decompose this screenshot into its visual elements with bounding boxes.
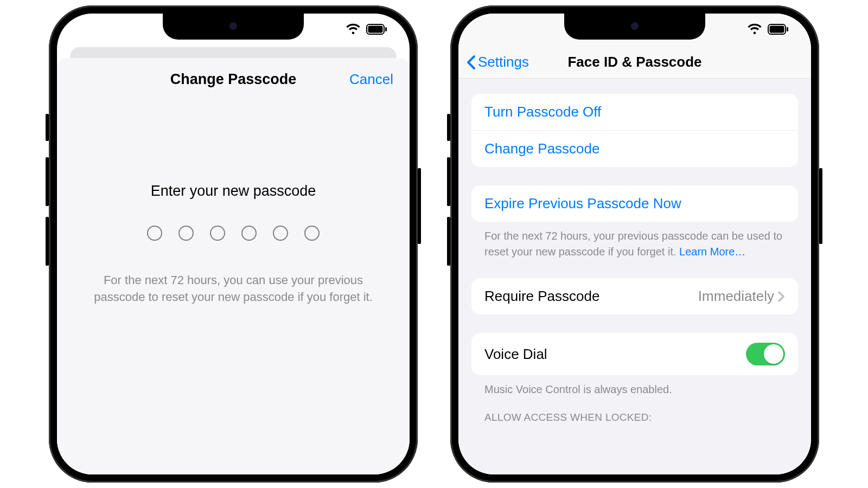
passcode-dot	[273, 226, 288, 241]
cancel-button[interactable]: Cancel	[349, 71, 393, 88]
expire-previous-passcode-button[interactable]: Expire Previous Passcode Now	[471, 185, 798, 222]
notch	[564, 14, 705, 40]
power-button	[418, 168, 421, 244]
volume-down-button	[447, 217, 450, 266]
voice-dial-toggle[interactable]	[746, 343, 785, 365]
battery-icon	[366, 24, 388, 37]
sheet-header: Change Passcode Cancel	[57, 58, 410, 93]
status-bar	[346, 23, 388, 37]
settings-group-voice-dial: Voice Dial	[471, 333, 798, 375]
passcode-dot	[147, 226, 162, 241]
back-button[interactable]: Settings	[466, 54, 529, 70]
wifi-icon	[747, 23, 762, 37]
volume-down-button	[46, 217, 49, 266]
notch	[163, 14, 304, 40]
cell-label: Expire Previous Passcode Now	[484, 195, 681, 212]
settings-group-expire: Expire Previous Passcode Now	[471, 185, 798, 222]
chevron-left-icon	[466, 55, 477, 70]
group-footer: Music Voice Control is always enabled.	[471, 382, 798, 397]
phone-screen: Change Passcode Cancel Enter your new pa…	[57, 14, 410, 474]
settings-content: Turn Passcode Off Change Passcode Expire…	[458, 79, 811, 474]
settings-group-require: Require Passcode Immediately	[471, 278, 798, 314]
cell-label: Voice Dial	[484, 346, 547, 363]
phone-mockup-left: Change Passcode Cancel Enter your new pa…	[49, 5, 418, 483]
change-passcode-button[interactable]: Change Passcode	[471, 130, 798, 167]
passcode-prompt: Enter your new passcode	[57, 183, 410, 200]
chevron-right-icon	[777, 291, 785, 303]
side-button	[46, 114, 49, 141]
value-text: Immediately	[698, 288, 774, 305]
svg-rect-2	[385, 27, 387, 31]
cell-label: Require Passcode	[484, 288, 599, 305]
group-footer: For the next 72 hours, your previous pas…	[471, 228, 798, 260]
page-title: Face ID & Passcode	[567, 54, 701, 70]
passcode-hint: For the next 72 hours, you can use your …	[57, 272, 410, 306]
power-button	[819, 168, 822, 244]
cell-label: Turn Passcode Off	[484, 104, 601, 120]
passcode-input[interactable]	[57, 226, 410, 241]
settings-group-passcode: Turn Passcode Off Change Passcode	[471, 94, 798, 167]
passcode-dot	[304, 226, 320, 241]
turn-passcode-off-button[interactable]: Turn Passcode Off	[471, 94, 798, 130]
phone-mockup-right: Settings Face ID & Passcode Turn Passcod…	[450, 5, 819, 483]
front-camera	[631, 22, 639, 30]
status-bar	[747, 23, 789, 37]
passcode-dot	[241, 226, 257, 241]
modal-sheet: Change Passcode Cancel Enter your new pa…	[57, 58, 410, 474]
front-camera	[229, 22, 237, 30]
learn-more-link[interactable]: Learn More…	[679, 246, 745, 258]
svg-rect-1	[368, 26, 383, 33]
back-label: Settings	[478, 54, 529, 70]
side-button	[447, 114, 450, 141]
phone-screen: Settings Face ID & Passcode Turn Passcod…	[458, 14, 811, 474]
svg-rect-5	[787, 27, 788, 31]
volume-up-button	[46, 157, 49, 206]
section-header: ALLOW ACCESS WHEN LOCKED:	[471, 412, 798, 423]
cell-label: Change Passcode	[484, 140, 599, 157]
volume-up-button	[447, 157, 450, 206]
voice-dial-row: Voice Dial	[471, 333, 798, 375]
passcode-dot	[210, 226, 225, 241]
require-passcode-row[interactable]: Require Passcode Immediately	[471, 278, 798, 314]
cell-value: Immediately	[698, 288, 785, 305]
wifi-icon	[346, 23, 361, 37]
sheet-title: Change Passcode	[170, 71, 297, 88]
passcode-dot	[178, 226, 194, 241]
toggle-knob	[764, 344, 783, 364]
svg-rect-4	[770, 26, 784, 33]
battery-icon	[768, 24, 789, 37]
